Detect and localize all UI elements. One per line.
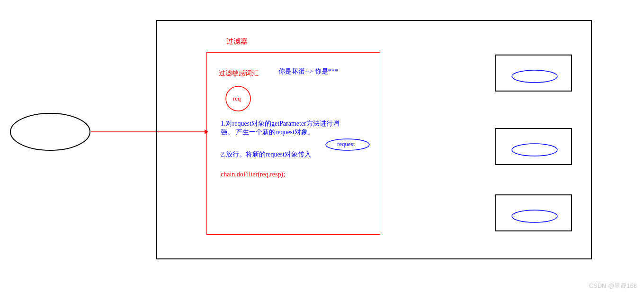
svg-point-7 — [512, 210, 557, 222]
svg-point-5 — [512, 70, 557, 83]
servlet-box-3 — [495, 194, 572, 231]
req-label: req — [233, 95, 241, 102]
svg-point-6 — [512, 144, 557, 156]
request-ellipse-label: request — [337, 140, 355, 148]
servlet-box-2 — [495, 128, 572, 165]
servlet-box-1 — [495, 55, 572, 92]
example-text: 你是坏蛋--> 你是*** — [278, 67, 338, 76]
step2-text: 2.放行。将新的request对象传入 — [221, 150, 353, 159]
filter-subtitle: 过滤敏感词汇 — [219, 69, 259, 78]
svg-point-0 — [10, 113, 90, 150]
code-call: chain.doFilter(req,resp); — [221, 171, 285, 178]
watermark: CSDN @昱晟168 — [589, 282, 637, 290]
filter-title: 过滤器 — [226, 37, 248, 46]
step1-text: 1.对request对象的getParameter方法进行增强。 产生一个新的r… — [221, 119, 344, 137]
client-ellipse — [9, 112, 91, 151]
